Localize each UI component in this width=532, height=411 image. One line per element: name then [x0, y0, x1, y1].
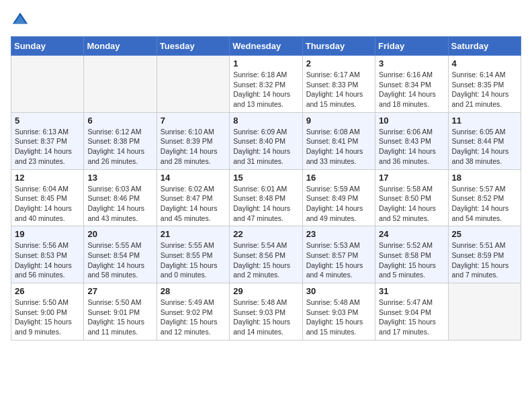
- day-info: Sunrise: 6:12 AM Sunset: 8:38 PM Dayligh…: [87, 127, 152, 167]
- day-number: 26: [15, 286, 80, 296]
- calendar-day-cell: [448, 283, 521, 340]
- logo-icon: [11, 11, 30, 30]
- day-info: Sunrise: 5:51 AM Sunset: 8:59 PM Dayligh…: [452, 240, 517, 280]
- day-number: 3: [379, 58, 444, 68]
- weekday-header-thursday: Thursday: [302, 37, 375, 56]
- calendar-day-cell: 29Sunrise: 5:48 AM Sunset: 9:03 PM Dayli…: [230, 283, 302, 340]
- day-number: 22: [233, 229, 298, 239]
- weekday-header-wednesday: Wednesday: [230, 37, 302, 56]
- calendar-day-cell: 22Sunrise: 5:54 AM Sunset: 8:56 PM Dayli…: [230, 226, 302, 283]
- calendar-day-cell: 15Sunrise: 6:01 AM Sunset: 8:48 PM Dayli…: [230, 169, 302, 226]
- calendar-week-row: 12Sunrise: 6:04 AM Sunset: 8:45 PM Dayli…: [11, 169, 521, 226]
- calendar-day-cell: 28Sunrise: 5:49 AM Sunset: 9:02 PM Dayli…: [157, 283, 229, 340]
- day-number: 13: [87, 173, 152, 183]
- day-number: 24: [379, 229, 444, 239]
- day-info: Sunrise: 6:10 AM Sunset: 8:39 PM Dayligh…: [161, 127, 226, 167]
- day-number: 7: [161, 116, 226, 126]
- day-info: Sunrise: 5:57 AM Sunset: 8:52 PM Dayligh…: [452, 184, 517, 224]
- day-info: Sunrise: 5:52 AM Sunset: 8:58 PM Dayligh…: [379, 240, 444, 280]
- calendar-day-cell: 2Sunrise: 6:17 AM Sunset: 8:33 PM Daylig…: [302, 56, 375, 113]
- calendar-day-cell: 27Sunrise: 5:50 AM Sunset: 9:01 PM Dayli…: [84, 283, 157, 340]
- day-info: Sunrise: 6:08 AM Sunset: 8:41 PM Dayligh…: [306, 127, 371, 167]
- calendar-week-row: 5Sunrise: 6:13 AM Sunset: 8:37 PM Daylig…: [11, 112, 521, 169]
- day-info: Sunrise: 6:13 AM Sunset: 8:37 PM Dayligh…: [15, 127, 80, 167]
- day-info: Sunrise: 5:50 AM Sunset: 9:01 PM Dayligh…: [87, 298, 152, 337]
- day-number: 17: [379, 173, 444, 183]
- day-number: 31: [379, 286, 444, 296]
- calendar-day-cell: [84, 56, 157, 113]
- day-info: Sunrise: 5:48 AM Sunset: 9:03 PM Dayligh…: [233, 298, 298, 337]
- day-number: 4: [452, 58, 517, 68]
- weekday-header-saturday: Saturday: [448, 37, 521, 56]
- day-number: 14: [161, 173, 226, 183]
- weekday-header-sunday: Sunday: [11, 37, 84, 56]
- day-info: Sunrise: 6:09 AM Sunset: 8:40 PM Dayligh…: [233, 127, 298, 167]
- day-number: 12: [15, 173, 80, 183]
- weekday-header-row: SundayMondayTuesdayWednesdayThursdayFrid…: [11, 37, 521, 56]
- calendar-day-cell: 26Sunrise: 5:50 AM Sunset: 9:00 PM Dayli…: [11, 283, 84, 340]
- calendar-day-cell: 9Sunrise: 6:08 AM Sunset: 8:41 PM Daylig…: [302, 112, 375, 169]
- calendar-day-cell: 14Sunrise: 6:02 AM Sunset: 8:47 PM Dayli…: [157, 169, 229, 226]
- calendar-day-cell: 18Sunrise: 5:57 AM Sunset: 8:52 PM Dayli…: [448, 169, 521, 226]
- day-info: Sunrise: 5:55 AM Sunset: 8:54 PM Dayligh…: [87, 240, 152, 280]
- calendar-day-cell: 31Sunrise: 5:47 AM Sunset: 9:04 PM Dayli…: [375, 283, 448, 340]
- day-info: Sunrise: 6:16 AM Sunset: 8:34 PM Dayligh…: [379, 70, 444, 109]
- calendar-day-cell: 8Sunrise: 6:09 AM Sunset: 8:40 PM Daylig…: [230, 112, 302, 169]
- day-number: 1: [233, 58, 298, 68]
- day-number: 8: [233, 116, 298, 126]
- weekday-header-friday: Friday: [375, 37, 448, 56]
- calendar-day-cell: 4Sunrise: 6:14 AM Sunset: 8:35 PM Daylig…: [448, 56, 521, 113]
- calendar-day-cell: 6Sunrise: 6:12 AM Sunset: 8:38 PM Daylig…: [84, 112, 157, 169]
- day-number: 16: [306, 173, 371, 183]
- day-info: Sunrise: 6:18 AM Sunset: 8:32 PM Dayligh…: [233, 70, 298, 109]
- calendar-day-cell: 5Sunrise: 6:13 AM Sunset: 8:37 PM Daylig…: [11, 112, 84, 169]
- day-info: Sunrise: 5:58 AM Sunset: 8:50 PM Dayligh…: [379, 184, 444, 224]
- calendar-day-cell: 13Sunrise: 6:03 AM Sunset: 8:46 PM Dayli…: [84, 169, 157, 226]
- day-number: 10: [379, 116, 444, 126]
- day-info: Sunrise: 6:03 AM Sunset: 8:46 PM Dayligh…: [87, 184, 152, 224]
- calendar-day-cell: 10Sunrise: 6:06 AM Sunset: 8:43 PM Dayli…: [375, 112, 448, 169]
- day-info: Sunrise: 5:55 AM Sunset: 8:55 PM Dayligh…: [161, 240, 226, 280]
- day-number: 19: [15, 229, 80, 239]
- day-info: Sunrise: 6:04 AM Sunset: 8:45 PM Dayligh…: [15, 184, 80, 224]
- day-number: 6: [87, 116, 152, 126]
- day-number: 21: [161, 229, 226, 239]
- day-info: Sunrise: 5:48 AM Sunset: 9:03 PM Dayligh…: [306, 298, 371, 337]
- day-number: 30: [306, 286, 371, 296]
- day-number: 23: [306, 229, 371, 239]
- calendar-day-cell: 21Sunrise: 5:55 AM Sunset: 8:55 PM Dayli…: [157, 226, 229, 283]
- day-info: Sunrise: 5:59 AM Sunset: 8:49 PM Dayligh…: [306, 184, 371, 224]
- day-number: 27: [87, 286, 152, 296]
- day-info: Sunrise: 6:05 AM Sunset: 8:44 PM Dayligh…: [452, 127, 517, 167]
- calendar-day-cell: 12Sunrise: 6:04 AM Sunset: 8:45 PM Dayli…: [11, 169, 84, 226]
- calendar-day-cell: 11Sunrise: 6:05 AM Sunset: 8:44 PM Dayli…: [448, 112, 521, 169]
- day-number: 2: [306, 58, 371, 68]
- day-info: Sunrise: 5:50 AM Sunset: 9:00 PM Dayligh…: [15, 298, 80, 337]
- day-info: Sunrise: 5:53 AM Sunset: 8:57 PM Dayligh…: [306, 240, 371, 280]
- day-info: Sunrise: 5:56 AM Sunset: 8:53 PM Dayligh…: [15, 240, 80, 280]
- weekday-header-tuesday: Tuesday: [157, 37, 229, 56]
- calendar-day-cell: [11, 56, 84, 113]
- day-number: 18: [452, 173, 517, 183]
- calendar-day-cell: 23Sunrise: 5:53 AM Sunset: 8:57 PM Dayli…: [302, 226, 375, 283]
- calendar-day-cell: 3Sunrise: 6:16 AM Sunset: 8:34 PM Daylig…: [375, 56, 448, 113]
- calendar-week-row: 26Sunrise: 5:50 AM Sunset: 9:00 PM Dayli…: [11, 283, 521, 340]
- day-number: 29: [233, 286, 298, 296]
- day-number: 25: [452, 229, 517, 239]
- logo: [11, 11, 32, 30]
- weekday-header-monday: Monday: [84, 37, 157, 56]
- calendar-week-row: 1Sunrise: 6:18 AM Sunset: 8:32 PM Daylig…: [11, 56, 521, 113]
- day-info: Sunrise: 5:49 AM Sunset: 9:02 PM Dayligh…: [161, 298, 226, 337]
- day-info: Sunrise: 6:06 AM Sunset: 8:43 PM Dayligh…: [379, 127, 444, 167]
- day-number: 28: [161, 286, 226, 296]
- calendar-day-cell: 30Sunrise: 5:48 AM Sunset: 9:03 PM Dayli…: [302, 283, 375, 340]
- day-number: 15: [233, 173, 298, 183]
- day-info: Sunrise: 6:01 AM Sunset: 8:48 PM Dayligh…: [233, 184, 298, 224]
- day-number: 9: [306, 116, 371, 126]
- calendar-week-row: 19Sunrise: 5:56 AM Sunset: 8:53 PM Dayli…: [11, 226, 521, 283]
- calendar-day-cell: 7Sunrise: 6:10 AM Sunset: 8:39 PM Daylig…: [157, 112, 229, 169]
- day-info: Sunrise: 5:47 AM Sunset: 9:04 PM Dayligh…: [379, 298, 444, 337]
- day-info: Sunrise: 5:54 AM Sunset: 8:56 PM Dayligh…: [233, 240, 298, 280]
- day-info: Sunrise: 6:14 AM Sunset: 8:35 PM Dayligh…: [452, 70, 517, 109]
- calendar-day-cell: [157, 56, 229, 113]
